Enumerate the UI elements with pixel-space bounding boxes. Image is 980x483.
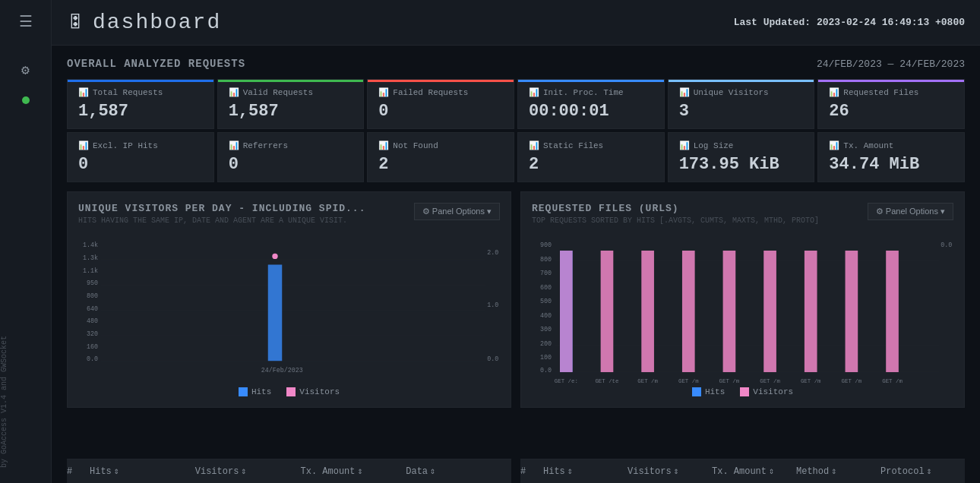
main-content: 🎛 dashboard Last Updated: 2023-02-24 16:… xyxy=(52,0,980,483)
svg-text:1.4k: 1.4k xyxy=(83,242,98,248)
files-chart-legend: Hits Visitors xyxy=(532,387,953,396)
stat-value: 1,587 xyxy=(78,102,203,121)
last-updated: Last Updated: 2023-02-24 16:49:13 +0800 xyxy=(734,17,965,28)
svg-text:24/Feb/2023: 24/Feb/2023 xyxy=(261,367,303,374)
col-hits-left[interactable]: Hits ⇕ xyxy=(90,466,195,477)
col-visitors-left[interactable]: Visitors ⇕ xyxy=(195,466,301,477)
stat-card: 📊 Not Found 2 xyxy=(367,132,514,182)
stat-label: 📊 Referrers xyxy=(229,140,353,150)
hits-legend-icon xyxy=(239,387,248,396)
stat-label-text: Init. Proc. Time xyxy=(543,88,624,97)
stat-bar-icon: 📊 xyxy=(829,140,839,150)
svg-text:600: 600 xyxy=(540,284,552,291)
svg-rect-40 xyxy=(560,251,573,372)
stat-value: 34.74 MiB xyxy=(829,155,953,174)
stat-label-text: Static Files xyxy=(543,141,603,150)
visitors-chart: 1.4k 1.3k 1.1k 950 800 640 480 320 160 0… xyxy=(78,231,500,383)
col-hits-right[interactable]: Hits ⇕ xyxy=(543,466,628,477)
svg-rect-18 xyxy=(268,265,283,361)
gear-icon[interactable]: ⚙ xyxy=(21,62,30,78)
col-tx-left[interactable]: Tx. Amount ⇕ xyxy=(301,466,406,477)
svg-text:GET /m: GET /m xyxy=(882,378,903,383)
stat-value: 0 xyxy=(78,155,203,174)
visitors-chart-legend: Hits Visitors xyxy=(78,387,500,396)
files-panel-header: REQUESTED FILES (URLS) TOP REQUESTS SORT… xyxy=(532,203,953,225)
files-panel-options-btn[interactable]: ⚙ Panel Options ▾ xyxy=(868,203,953,220)
visitors-panel-subtitle: HITS HAVING THE SAME IP, DATE AND AGENT … xyxy=(78,216,365,225)
stat-label-text: Valid Requests xyxy=(243,88,313,97)
visitors-panel-options-btn[interactable]: ⚙ Panel Options ▾ xyxy=(414,203,500,220)
visitors-panel-title-area: UNIQUE VISITORS PER DAY - INCLUDING SPID… xyxy=(78,203,365,225)
col-method-right[interactable]: Method ⇕ xyxy=(796,466,880,477)
svg-text:2.0: 2.0 xyxy=(487,249,498,256)
stat-label-text: Unique Visitors xyxy=(694,88,769,97)
right-table-header: # Hits ⇕ Visitors ⇕ Tx. Amount ⇕ Method … xyxy=(520,459,965,483)
svg-rect-44 xyxy=(723,251,736,372)
stat-bar-icon: 📊 xyxy=(679,87,690,97)
last-updated-value: 2023-02-24 16:49:13 +0800 xyxy=(817,17,965,28)
svg-rect-42 xyxy=(641,251,654,372)
svg-text:950: 950 xyxy=(87,279,98,286)
stat-value: 2 xyxy=(529,155,653,174)
files-hits-legend-icon xyxy=(692,387,701,396)
stat-bar-icon: 📊 xyxy=(229,87,239,97)
stat-label: 📊 Init. Proc. Time xyxy=(529,87,653,97)
svg-point-19 xyxy=(272,254,277,259)
files-panel-title-area: REQUESTED FILES (URLS) TOP REQUESTS SORT… xyxy=(532,203,819,225)
stat-label: 📊 Valid Requests xyxy=(229,87,353,97)
svg-text:0.0: 0.0 xyxy=(487,355,498,362)
stat-value: 3 xyxy=(679,102,804,121)
menu-icon[interactable]: ☰ xyxy=(19,12,33,31)
svg-rect-21 xyxy=(239,387,248,396)
visitors-panel: UNIQUE VISITORS PER DAY - INCLUDING SPID… xyxy=(67,191,511,408)
col-tx-right[interactable]: Tx. Amount ⇕ xyxy=(712,466,796,477)
svg-rect-46 xyxy=(805,251,817,372)
stat-bar-icon: 📊 xyxy=(78,87,89,97)
svg-text:480: 480 xyxy=(87,317,98,324)
stat-card: 📊 Log Size 173.95 KiB xyxy=(668,132,815,182)
col-protocol-right[interactable]: Protocol ⇕ xyxy=(880,466,965,477)
stat-card: 📊 Valid Requests 1,587 xyxy=(217,79,365,129)
col-visitors-right[interactable]: Visitors ⇕ xyxy=(628,466,712,477)
last-updated-label: Last Updated: xyxy=(734,17,811,28)
content-area: OVERALL ANALYZED REQUESTS 24/FEB/2023 — … xyxy=(52,46,980,459)
stat-bar-icon: 📊 xyxy=(679,140,690,150)
svg-text:1.1k: 1.1k xyxy=(83,267,98,274)
svg-rect-41 xyxy=(601,251,614,372)
visitors-legend-icon xyxy=(286,387,296,396)
svg-text:1.3k: 1.3k xyxy=(83,254,98,261)
stat-label-text: Tx. Amount xyxy=(843,141,893,150)
svg-rect-45 xyxy=(763,251,776,372)
stat-label-text: Failed Requests xyxy=(393,88,468,97)
files-chart-svg: 900 800 700 600 500 400 300 200 100 0.0 … xyxy=(532,231,953,383)
svg-text:900: 900 xyxy=(540,242,552,248)
files-panel-title: REQUESTED FILES (URLS) xyxy=(532,203,819,214)
visitors-legend-label: Visitors xyxy=(299,387,340,396)
stat-label-text: Total Requests xyxy=(93,88,163,97)
section-title: OVERALL ANALYZED REQUESTS xyxy=(67,58,245,70)
col-hash-left: # xyxy=(67,466,90,477)
svg-text:700: 700 xyxy=(540,270,552,276)
stat-bar-icon: 📊 xyxy=(78,140,89,150)
stat-bar-icon: 📊 xyxy=(378,140,389,150)
sidebar-brand: by GoAccess V1.4 and GWSocket xyxy=(0,336,51,468)
stat-card: 📊 Excl. IP Hits 0 xyxy=(67,132,214,182)
col-data-left[interactable]: Data ⇕ xyxy=(406,466,511,477)
stat-value: 0 xyxy=(229,155,353,174)
stat-label: 📊 Tx. Amount xyxy=(829,140,953,150)
stat-card: 📊 Static Files 2 xyxy=(517,132,665,182)
svg-text:640: 640 xyxy=(87,305,98,312)
stat-card: 📊 Failed Requests 0 xyxy=(367,79,514,129)
stat-card: 📊 Unique Visitors 3 xyxy=(668,79,815,129)
stat-bar-icon: 📊 xyxy=(378,87,389,97)
stat-card: 📊 Tx. Amount 34.74 MiB xyxy=(817,132,965,182)
visitors-chart-svg: 1.4k 1.3k 1.1k 950 800 640 480 320 160 0… xyxy=(78,231,500,383)
svg-text:160: 160 xyxy=(87,343,98,350)
files-hits-legend: Hits xyxy=(692,387,725,396)
svg-text:800: 800 xyxy=(87,292,98,299)
svg-text:GET /m: GET /m xyxy=(842,378,862,383)
status-dot xyxy=(22,96,30,104)
svg-text:400: 400 xyxy=(540,312,552,319)
files-visitors-legend-label: Visitors xyxy=(753,387,793,396)
app-title: dashboard xyxy=(93,11,221,34)
